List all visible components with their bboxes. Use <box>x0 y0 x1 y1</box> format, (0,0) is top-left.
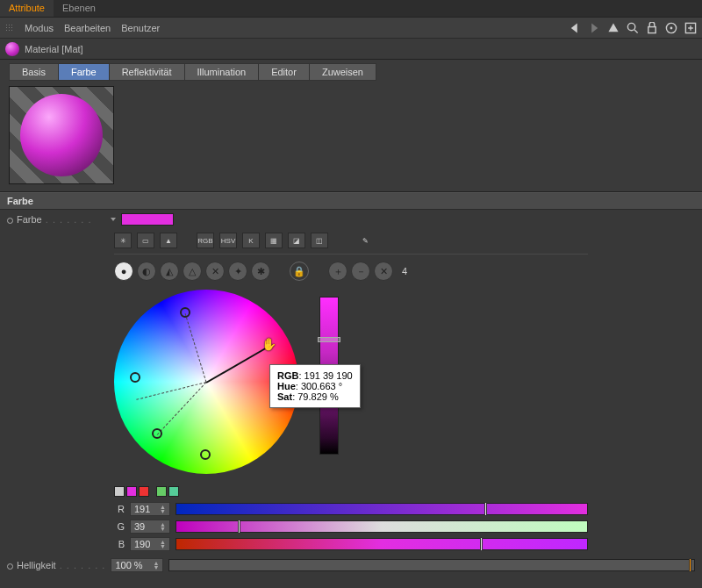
scheme-toolbar: ● ◐ ◭ △ ✕ ✦ ✱ 🔒 ＋ － ✕ 4 <box>0 256 702 286</box>
tab-illum[interactable]: Illumination <box>184 63 260 81</box>
palette-row <box>0 483 702 500</box>
svg-point-0 <box>627 23 634 30</box>
tab-farbe[interactable]: Farbe <box>58 63 110 81</box>
material-preview-sphere <box>20 94 103 176</box>
tab-ebenen[interactable]: Ebenen <box>54 0 104 17</box>
scheme-analog-button[interactable]: ◭ <box>160 262 179 281</box>
grab-cursor-icon: ✋ <box>261 337 276 351</box>
mixer-icon[interactable]: ▦ <box>265 233 283 248</box>
helligkeit-input[interactable]: 100 %▲▼ <box>111 558 163 572</box>
dropdown-icon[interactable] <box>111 218 116 221</box>
channel-b-slider[interactable] <box>176 538 588 550</box>
channel-r-label: R <box>114 504 125 514</box>
channel-r-slider[interactable] <box>176 503 588 515</box>
spinner-icon[interactable]: ▲▼ <box>160 540 166 549</box>
channel-r-row: R 191▲▼ <box>0 500 702 518</box>
gradient-icon[interactable]: ▭ <box>137 233 154 248</box>
target-icon[interactable] <box>665 22 677 34</box>
slider-handle[interactable] <box>480 537 483 551</box>
scheme-square-button[interactable]: ✦ <box>228 262 247 281</box>
color-swatch[interactable] <box>121 213 174 226</box>
wheel-handle[interactable] <box>130 372 140 383</box>
scheme-mono-button[interactable]: ● <box>114 262 133 281</box>
panel-tabbar: Attribute Ebenen <box>0 0 702 18</box>
scheme-custom-button[interactable]: ✱ <box>251 262 270 281</box>
tab-editor[interactable]: Editor <box>258 63 310 81</box>
channel-b-input[interactable]: 190▲▼ <box>130 537 170 551</box>
helligkeit-label: Helligkeit <box>7 560 105 570</box>
attribute-tabbar: Basis Farbe Reflektivität Illumination E… <box>0 60 702 86</box>
tab-reflekt[interactable]: Reflektivität <box>109 63 185 81</box>
eyedropper-icon[interactable]: ✎ <box>356 233 374 248</box>
channel-g-label: G <box>114 521 125 532</box>
image-icon[interactable]: ▲ <box>160 233 177 248</box>
picture-icon[interactable]: ◪ <box>288 233 305 248</box>
swatches-icon[interactable]: ◫ <box>311 233 328 248</box>
material-preview[interactable] <box>9 86 114 184</box>
lock-icon[interactable] <box>646 22 658 34</box>
swatch-count: 4 <box>402 266 407 276</box>
menu-bearbeiten[interactable]: Bearbeiten <box>64 23 111 33</box>
remove-swatch-button[interactable]: － <box>351 262 370 281</box>
spinner-icon[interactable]: ▲▼ <box>154 561 160 570</box>
spinner-icon[interactable]: ✳ <box>114 233 132 248</box>
rgb-button[interactable]: RGB <box>197 233 214 248</box>
spinner-icon[interactable]: ▲▼ <box>160 505 166 513</box>
wheel-handle[interactable] <box>200 449 211 460</box>
menu-benutzer[interactable]: Benutzer <box>121 23 160 33</box>
material-preview-area <box>0 86 702 192</box>
new-panel-icon[interactable] <box>684 22 697 34</box>
clear-swatch-button[interactable]: ✕ <box>374 262 393 281</box>
menu-modus[interactable]: Modus <box>25 23 54 33</box>
palette-swatch[interactable] <box>139 486 149 497</box>
add-swatch-button[interactable]: ＋ <box>328 262 347 281</box>
helligkeit-slider[interactable] <box>168 559 695 571</box>
palette-swatch[interactable] <box>156 486 167 497</box>
search-icon[interactable] <box>627 22 639 34</box>
tab-attribute[interactable]: Attribute <box>0 0 54 17</box>
spinner-icon[interactable]: ▲▼ <box>160 522 166 531</box>
scheme-complement-button[interactable]: ◐ <box>137 262 156 281</box>
hsv-button[interactable]: HSV <box>219 233 237 248</box>
channel-b-label: B <box>114 539 125 549</box>
tab-basis[interactable]: Basis <box>9 63 59 81</box>
slider-handle[interactable] <box>689 558 691 572</box>
nav-fwd-icon[interactable] <box>588 22 600 34</box>
palette-swatch[interactable] <box>114 486 125 497</box>
separator <box>114 254 588 255</box>
channel-g-input[interactable]: 39▲▼ <box>130 520 170 534</box>
slider-handle[interactable] <box>238 520 240 534</box>
menubar: Modus Bearbeiten Benutzer <box>0 18 702 39</box>
tab-zuweisen[interactable]: Zuweisen <box>309 63 376 81</box>
svg-point-3 <box>670 26 673 29</box>
palette-swatch[interactable] <box>126 486 137 497</box>
scheme-tetrad-button[interactable]: ✕ <box>205 262 225 281</box>
channel-r-input[interactable]: 191▲▼ <box>130 502 170 516</box>
scheme-triad-button[interactable]: △ <box>183 262 202 281</box>
channel-g-slider[interactable] <box>176 520 588 533</box>
lock-scheme-icon[interactable]: 🔒 <box>290 262 309 281</box>
helligkeit-row: Helligkeit 100 %▲▼ <box>0 553 702 574</box>
farbe-label: Farbe <box>7 214 104 225</box>
color-tooltip: RGB: 191 39 190 Hue: 300.663 ° Sat: 79.8… <box>269 364 361 408</box>
texture-toolbar: ✳ ▭ ▲ RGB HSV K ▦ ◪ ◫ ✎ <box>0 229 702 252</box>
wheel-handle[interactable] <box>180 307 190 318</box>
channel-b-row: B 190▲▼ <box>0 535 702 553</box>
nav-up-icon[interactable] <box>607 22 620 34</box>
material-sphere-icon <box>5 42 19 56</box>
farbe-row: Farbe <box>0 210 702 229</box>
palette-swatch[interactable] <box>168 486 179 497</box>
grip-icon <box>5 24 14 32</box>
object-title: Material [Mat] <box>25 44 83 54</box>
nav-back-icon[interactable] <box>569 22 581 34</box>
svg-rect-1 <box>648 26 655 32</box>
wheel-handle[interactable] <box>152 428 162 439</box>
channel-g-row: G 39▲▼ <box>0 518 702 535</box>
object-bar: Material [Mat] <box>0 39 702 60</box>
section-farbe-header: Farbe <box>0 192 702 210</box>
kelvin-icon[interactable]: K <box>242 233 260 248</box>
luminance-handle[interactable] <box>318 337 340 342</box>
slider-handle[interactable] <box>484 502 487 516</box>
